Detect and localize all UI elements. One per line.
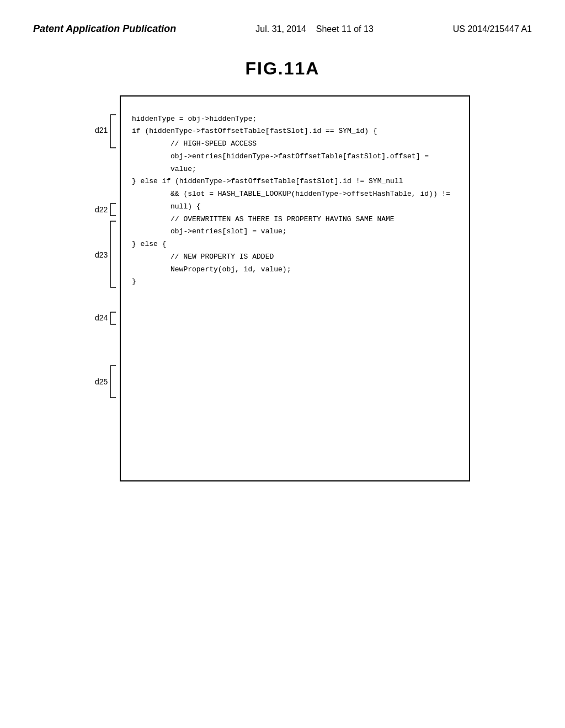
code-line-1: hiddenType = obj->hiddenType;	[132, 113, 458, 126]
svg-text:d21: d21	[95, 126, 108, 135]
code-line-3: // HIGH-SPEED ACCESS	[154, 138, 458, 151]
code-line-11: NewProperty(obj, id, value);	[154, 264, 458, 276]
code-line-9: } else {	[132, 238, 458, 251]
svg-text:d22: d22	[95, 205, 108, 214]
code-block: hiddenType = obj->hiddenType; if (hidden…	[132, 113, 458, 289]
code-line-5: } else if (hiddenType->fastOffsetTable[f…	[132, 175, 458, 188]
code-line-6: && (slot = HASH_TABLE_LOOKUP(hiddenType-…	[154, 188, 458, 213]
header-date-sheet: Jul. 31, 2014 Sheet 11 of 13	[255, 22, 374, 36]
code-line-4: obj->entries[hiddenType->fastOffsetTable…	[154, 151, 458, 176]
svg-text:d23: d23	[95, 250, 108, 259]
figure-title: FIG.11A	[246, 58, 320, 79]
code-line-7: // OVERWRITTEN AS THERE IS PROPERTY HAVI…	[154, 213, 458, 226]
code-line-12: }	[132, 276, 458, 288]
header: Patent Application Publication Jul. 31, …	[33, 22, 532, 42]
svg-text:d25: d25	[95, 377, 108, 386]
svg-text:d24: d24	[95, 313, 108, 322]
figure-container: FIG.11A d21 d22	[76, 58, 489, 481]
page: Patent Application Publication Jul. 31, …	[0, 0, 565, 728]
main-content: FIG.11A d21 d22	[33, 58, 532, 481]
code-line-8: obj->entries[slot] = value;	[154, 226, 458, 238]
code-box: hiddenType = obj->hiddenType; if (hidden…	[120, 95, 470, 481]
publication-title: Patent Application Publication	[33, 22, 176, 36]
code-line-2: if (hiddenType->fastOffsetTable[fastSlot…	[132, 125, 458, 138]
patent-number: US 2014/215447 A1	[453, 22, 532, 36]
code-line-10: // NEW PROPERTY IS ADDED	[154, 251, 458, 264]
